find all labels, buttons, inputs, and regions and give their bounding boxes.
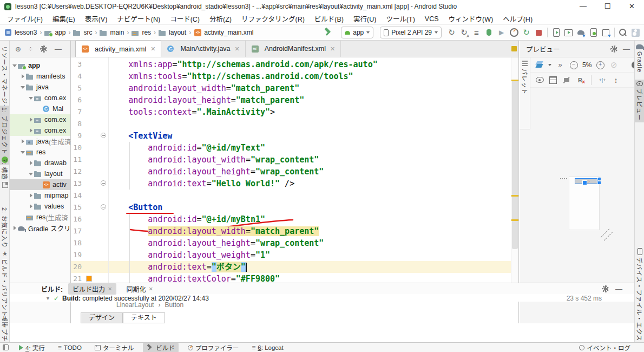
visibility-icon[interactable] — [535, 75, 544, 85]
menu-item-ナビゲート(N)[interactable]: ナビゲート(N) — [112, 14, 165, 24]
breadcrumb-parent[interactable]: LinearLayout — [116, 301, 154, 309]
build-tab-同期化[interactable]: 同期化✕ — [122, 283, 157, 295]
build-hammer-icon[interactable] — [323, 27, 335, 38]
close-button[interactable]: ✕ — [620, 0, 644, 13]
breadcrumb-item-app[interactable]: app — [44, 29, 65, 36]
gradle-sync-icon[interactable] — [575, 27, 587, 38]
palette-stripe[interactable]: パレット — [520, 57, 530, 129]
editor-tab-AndroidManifest.xml[interactable]: AndroidManifest.xml✕ — [246, 41, 341, 57]
editor-tab-MainActivity.java[interactable]: MainActivity.java✕ — [161, 41, 245, 57]
status-item-TODO[interactable]: TODO — [54, 343, 86, 352]
stop-icon[interactable] — [533, 27, 545, 38]
build-tab-ビルド出力[interactable]: ビルド出力✕ — [68, 283, 116, 295]
minimize-button[interactable]: — — [571, 0, 595, 13]
tree-item-manifests[interactable]: manifests — [10, 71, 70, 82]
tree-arrow-down-icon[interactable] — [28, 168, 34, 179]
project-structure-icon[interactable] — [600, 27, 612, 38]
fold-marker-icon[interactable] — [101, 133, 106, 138]
breadcrumb-child[interactable]: Button — [165, 301, 183, 309]
event-log-button[interactable]: イベント・ログ — [579, 343, 644, 352]
left-stripe-1: プロジェクト[interactable]: 1: プロジェクト — [0, 106, 10, 165]
profiler-icon[interactable] — [508, 27, 520, 38]
menu-item-ツール(T)[interactable]: ツール(T) — [381, 14, 419, 24]
clear-theme-icon[interactable] — [562, 75, 571, 85]
device-preview[interactable]: ボタン — [569, 177, 599, 230]
left-stripe-キャプチャー[interactable]: キャプチャー — [0, 314, 10, 342]
tree-arrow-right-icon[interactable] — [12, 223, 18, 233]
sync-all-icon[interactable] — [458, 27, 470, 38]
expand-vertical-icon[interactable] — [611, 75, 621, 85]
tree-item-Gradle スクリプト[interactable]: Gradle スクリプト — [10, 223, 70, 233]
avd-manager-icon[interactable] — [550, 27, 562, 38]
breadcrumb-item-src[interactable]: src — [73, 29, 92, 36]
hide-icon[interactable]: — — [623, 45, 630, 53]
settings-icon[interactable] — [40, 45, 47, 53]
build-list-icon[interactable] — [470, 27, 483, 38]
zoom-fit-icon[interactable] — [609, 60, 619, 70]
status-item-ターミナル[interactable]: ターミナル — [91, 343, 138, 352]
tree-item-Mai[interactable]: Mai — [10, 103, 70, 114]
color-swatch-icon[interactable] — [86, 276, 92, 282]
run-config-select[interactable]: app — [341, 27, 373, 38]
select-opened-file-icon[interactable]: ⊕ — [15, 45, 21, 53]
center-horizontal-icon[interactable] — [597, 75, 607, 85]
breadcrumb-item-activity_main.xml[interactable]: activity_main.xml — [194, 29, 253, 36]
tree-arrow-down-icon[interactable] — [28, 93, 34, 103]
tree-arrow-right-icon[interactable] — [28, 114, 34, 125]
bottom-tab-テキスト[interactable]: テキスト — [123, 312, 165, 323]
tree-item-values[interactable]: values — [10, 201, 70, 212]
menu-item-VCS[interactable]: VCS — [420, 15, 444, 23]
zoom-in-icon[interactable] — [595, 60, 605, 70]
sdk-manager-icon[interactable] — [587, 27, 600, 38]
close-icon[interactable]: ✕ — [235, 45, 240, 53]
tree-item-com.ex[interactable]: com.ex — [10, 93, 70, 103]
menu-item-リファクタリング(R)[interactable]: リファクタリング(R) — [236, 14, 310, 24]
tree-item-drawab[interactable]: drawab — [10, 158, 70, 168]
tree-item-java[interactable]: java — [10, 82, 70, 93]
tool-window-switcher-icon[interactable] — [3, 344, 9, 350]
left-stripe-2: お気に入り[interactable]: 2: お気に入り — [0, 206, 10, 258]
selection-handle[interactable] — [598, 181, 601, 184]
menu-item-ファイル(F)[interactable]: ファイル(F) — [2, 14, 48, 24]
left-stripe-7: 構造[interactable]: 7: 構造 — [0, 157, 10, 190]
status-item-6: Logcat[interactable]: 6: Logcat — [248, 343, 287, 352]
tree-item-mipmap[interactable]: mipmap — [10, 190, 70, 201]
breadcrumb-item-res[interactable]: res — [132, 29, 151, 36]
render-errors-icon[interactable] — [630, 60, 634, 70]
debug-icon[interactable] — [483, 27, 495, 38]
tree-arrow-down-icon[interactable] — [20, 82, 26, 93]
status-item-ビルド[interactable]: ビルド — [143, 343, 179, 352]
tree-item-layout[interactable]: layout — [10, 168, 70, 179]
gear-icon[interactable] — [610, 45, 617, 53]
close-icon[interactable]: ✕ — [148, 286, 153, 292]
layout-inspector-icon[interactable] — [562, 27, 575, 38]
menu-item-コード(C)[interactable]: コード(C) — [165, 14, 205, 24]
maximize-button[interactable]: ☐ — [595, 0, 620, 13]
sync-project-icon[interactable] — [445, 27, 458, 38]
breadcrumb-item-main[interactable]: main — [100, 29, 124, 36]
fold-marker-icon[interactable] — [101, 204, 106, 210]
tree-arrow-down-icon[interactable] — [12, 60, 18, 71]
tree-item-com.ex[interactable]: com.ex — [10, 114, 70, 125]
status-item-プロファイラー[interactable]: プロファイラー — [184, 343, 243, 352]
right-stripe-プレビュー[interactable]: プレビュー — [635, 80, 644, 122]
menu-item-実行(U)[interactable]: 実行(U) — [349, 14, 381, 24]
right-stripe-デバイス・ファイル・エクスプローラー[interactable]: デバイス・ファイル・エクスプローラー — [635, 246, 644, 342]
selection-handle[interactable] — [598, 178, 601, 180]
tree-arrow-right-icon[interactable] — [20, 71, 26, 82]
inspections-indicator-icon[interactable] — [511, 46, 517, 51]
chevrons-icon[interactable] — [555, 60, 565, 70]
user-avatar-icon[interactable] — [629, 27, 642, 38]
tree-arrow-down-icon[interactable] — [20, 147, 26, 158]
code-area[interactable]: 345678910111213141516171819202122 xmlns:… — [71, 57, 518, 299]
tree-item-java[interactable]: java (生成済 — [10, 136, 70, 147]
tree-item-app[interactable]: app — [10, 60, 70, 71]
bottom-tab-デザイン[interactable]: デザイン — [81, 312, 123, 323]
tree-item-res[interactable]: res — [10, 147, 70, 158]
layout-bounds-icon[interactable] — [548, 75, 558, 85]
selection-handle[interactable] — [582, 180, 587, 185]
menu-item-ウィンドウ(W)[interactable]: ウィンドウ(W) — [444, 14, 498, 24]
tree-arrow-right-icon[interactable] — [28, 125, 34, 136]
tree-item-res[interactable]: res (生成済 — [10, 212, 70, 223]
menu-item-分析(Z)[interactable]: 分析(Z) — [205, 14, 236, 24]
